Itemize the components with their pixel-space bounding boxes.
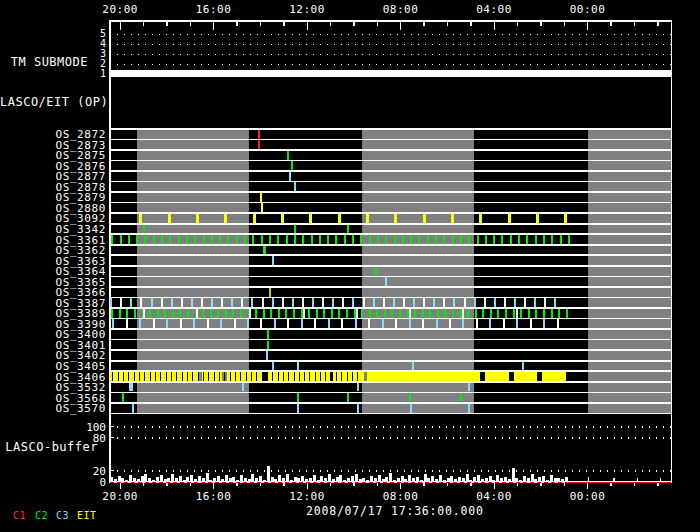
top-axis-tick (634, 20, 635, 26)
os-row-tick (332, 298, 334, 307)
os-row-tick (244, 235, 246, 244)
os-row-label: OS_3362 (0, 244, 106, 257)
os-row-tick (134, 309, 136, 318)
bottom-axis-label: 12:00 (277, 490, 337, 503)
os-row-separator (110, 318, 671, 320)
os-row-tick (327, 235, 329, 244)
buffer-signal-bar (512, 468, 515, 481)
os-row-tick (377, 235, 379, 244)
os-row-tick (242, 383, 244, 392)
os-row-tick (112, 319, 114, 328)
buffer-signal-bar (424, 474, 427, 481)
os-row-tick (153, 235, 155, 244)
top-axis-label: 04:00 (464, 3, 524, 16)
os-row-tick (436, 319, 438, 328)
os-row-tick (176, 372, 177, 381)
os-row-tick (452, 309, 454, 318)
os-row-tick (366, 214, 369, 223)
top-axis-tick (120, 20, 121, 30)
buffer-zero-line-solid (569, 482, 671, 484)
timeline-plot-area (110, 20, 671, 482)
top-axis-tick (494, 20, 495, 30)
os-row-tick (543, 309, 545, 318)
top-axis-tick (447, 20, 448, 26)
os-row-tick (460, 393, 462, 402)
os-row-tick (198, 372, 199, 381)
os-row-tick (111, 309, 113, 318)
os-row-tick (235, 372, 236, 381)
os-row-tick (120, 235, 122, 244)
os-row-tick (409, 393, 411, 402)
os-row-tick (122, 393, 124, 402)
os-row-tick (247, 319, 249, 328)
os-row-tick (287, 319, 289, 328)
os-row-separator (110, 413, 671, 415)
os-row-tick (232, 309, 234, 318)
os-row-separator (110, 212, 671, 214)
os-row-tick (272, 362, 274, 371)
os-row-tick (120, 298, 122, 307)
os-row-separator (110, 370, 671, 372)
os-row-label: OS_3363 (0, 255, 106, 268)
os-row-separator (110, 339, 671, 341)
os-row-tick (460, 309, 462, 318)
os-row-tick (227, 235, 229, 244)
os-row-tick (414, 309, 416, 318)
os-row-tick (314, 319, 316, 328)
os-row-tick (312, 298, 314, 307)
os-row-tick (201, 298, 203, 307)
os-row-separator (110, 233, 671, 235)
os-row-tick (494, 298, 496, 307)
os-row-tick (136, 235, 138, 244)
os-row-tick (394, 235, 396, 244)
os-row-tick (551, 235, 553, 244)
os-row-label: OS_3366 (0, 286, 106, 299)
os-row-tick (261, 235, 263, 244)
buffer-gridline (110, 426, 671, 427)
os-row-tick (267, 330, 269, 339)
os-row-tick (503, 319, 505, 328)
os-row-tick (262, 372, 263, 381)
os-row-tick (277, 235, 279, 244)
os-row-tick (467, 309, 469, 318)
top-axis-tick (657, 20, 658, 26)
os-row-tick (530, 319, 532, 328)
os-row-tick (460, 235, 462, 244)
buffer-signal-bar (129, 475, 132, 482)
buffer-signal-bar (118, 476, 121, 482)
buffer-signal-bar (278, 475, 281, 481)
os-row-tick (361, 309, 363, 318)
os-row-tick (534, 298, 536, 307)
os-row-tick (451, 214, 454, 223)
os-row-tick (474, 298, 476, 307)
os-row-tick (278, 309, 280, 318)
timestamp-label: 2008/07/17 17:36:00.000 (306, 504, 484, 518)
lasco-operations-timeline-screen: { "chart_data": { "type": "timeline", "t… (0, 0, 700, 532)
os-row-tick (311, 235, 313, 244)
buffer-signal-bar (565, 477, 568, 481)
os-row-tick (272, 298, 274, 307)
os-row-tick (422, 319, 424, 328)
bottom-axis-label: 04:00 (464, 490, 524, 503)
os-row-tick (505, 309, 507, 318)
os-row-tick (393, 298, 395, 307)
os-row-tick (179, 309, 181, 318)
os-row-tick (267, 372, 268, 381)
os-row-tick (129, 383, 133, 392)
legend-item-eit: EIT (77, 510, 97, 521)
os-row-tick (302, 235, 304, 244)
os-row-tick (182, 372, 183, 381)
buffer-ytick (110, 426, 114, 427)
os-row-tick (196, 214, 199, 223)
os-row-tick (443, 298, 445, 307)
os-row-tick (193, 319, 195, 328)
buffer-zero-line-dashed (110, 482, 569, 484)
os-row-tick (352, 235, 354, 244)
buffer-signal-bar (232, 477, 235, 481)
os-row-separator (110, 202, 671, 204)
os-row-tick (410, 235, 412, 244)
buffer-signal-bar (141, 476, 144, 481)
os-row-tick (144, 372, 145, 381)
os-row-tick (369, 309, 371, 318)
os-row-tick (171, 298, 173, 307)
